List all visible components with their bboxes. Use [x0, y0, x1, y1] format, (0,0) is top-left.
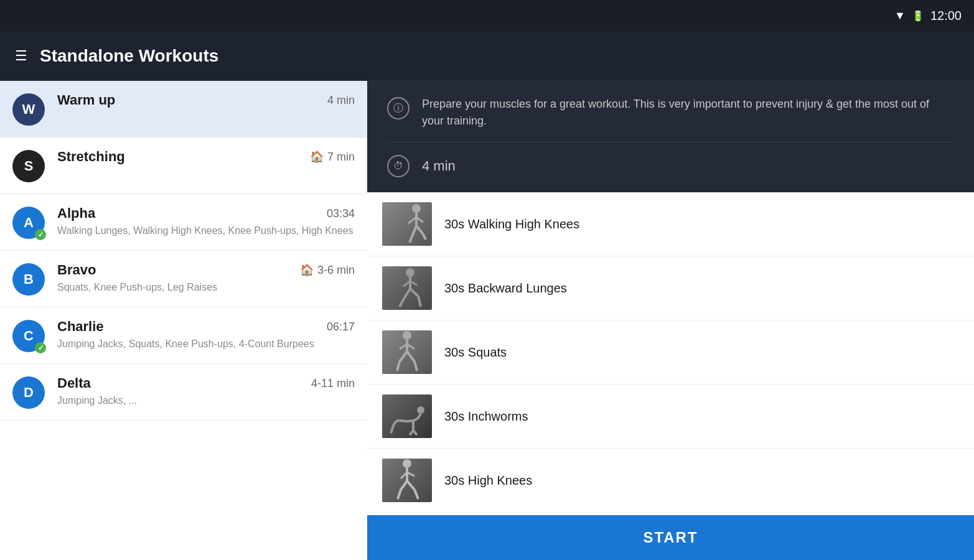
avatar-alpha: A ✓ — [12, 207, 45, 239]
workout-info-alpha: Alpha 03:34 Walking Lunges, Walking High… — [57, 205, 355, 238]
workout-exercises-charlie: Jumping Jacks, Squats, Knee Push-ups, 4-… — [57, 337, 355, 351]
info-icon: ⓘ — [387, 97, 410, 119]
workout-name-bravo: Bravo — [57, 262, 96, 278]
status-bar: ▼ 🔋 12:00 — [0, 0, 974, 31]
svg-line-15 — [418, 296, 421, 307]
exercise-name-1: 30s Backward Lunges — [444, 281, 567, 296]
svg-line-36 — [414, 490, 418, 499]
exercise-item-3[interactable]: 30s Inchworms — [367, 385, 974, 449]
workout-duration-bravo: 🏠 3-6 min — [300, 263, 355, 277]
workout-item-charlie[interactable]: C ✓ Charlie 06:17 Jumping Jacks, Squats,… — [0, 307, 367, 364]
svg-line-6 — [416, 226, 423, 233]
exercise-name-4: 30s High Knees — [444, 474, 532, 488]
svg-line-13 — [400, 299, 404, 307]
exercise-thumb-0 — [382, 202, 432, 246]
avatar-stretching: S — [12, 150, 45, 182]
right-panel: ⓘ Prepare your muscles for a great worko… — [367, 81, 974, 560]
exercise-thumb-4 — [382, 459, 432, 502]
workout-exercises-bravo: Squats, Knee Push-ups, Leg Raises — [57, 281, 355, 294]
workout-duration: 4 min — [422, 158, 456, 174]
app-header: ☰ Standalone Workouts — [0, 31, 974, 81]
home-icon-stretching: 🏠 — [310, 150, 324, 164]
svg-line-28 — [413, 431, 417, 435]
workout-description: Prepare your muscles for a great workout… — [422, 96, 954, 129]
exercise-name-2: 30s Squats — [444, 345, 507, 360]
main-content: W Warm up 4 min S Stretching 🏠 7 min — [0, 81, 974, 560]
workout-info-warmup: Warm up 4 min — [57, 92, 355, 111]
status-icons: ▼ 🔋 12:00 — [894, 9, 962, 23]
exercise-name-3: 30s Inchworms — [444, 409, 528, 424]
exercise-item-2[interactable]: 30s Squats — [367, 320, 974, 385]
avatar-bravo: B — [12, 263, 45, 296]
workout-name-charlie: Charlie — [57, 319, 104, 335]
app-title: Standalone Workouts — [40, 46, 218, 66]
avatar-charlie: C ✓ — [12, 320, 45, 352]
wifi-icon: ▼ — [894, 9, 906, 22]
svg-line-33 — [401, 481, 407, 490]
hamburger-icon[interactable]: ☰ — [15, 48, 27, 64]
workout-info-bravo: Bravo 🏠 3-6 min Squats, Knee Push-ups, L… — [57, 262, 355, 294]
workout-info-stretching: Stretching 🏠 7 min — [57, 149, 355, 167]
workout-duration-stretching: 🏠 7 min — [310, 150, 355, 164]
workout-item-warmup[interactable]: W Warm up 4 min — [0, 81, 367, 138]
svg-line-7 — [423, 233, 426, 240]
timer-icon: ⏱ — [387, 155, 410, 177]
exercise-thumb-1 — [382, 266, 432, 310]
workout-info-delta: Delta 4-11 min Jumping Jacks, ... — [57, 375, 355, 408]
svg-line-22 — [407, 352, 414, 362]
battery-icon: 🔋 — [912, 10, 924, 22]
home-icon-bravo: 🏠 — [300, 263, 314, 277]
workout-duration-delta: 4-11 min — [311, 377, 355, 390]
avatar-delta: D — [12, 376, 45, 409]
check-badge-alpha: ✓ — [35, 229, 46, 240]
figure-svg-0 — [382, 202, 432, 246]
workout-header: ⓘ Prepare your muscles for a great worko… — [367, 81, 974, 192]
svg-point-29 — [403, 459, 411, 468]
workout-duration-alpha: 03:34 — [327, 207, 355, 220]
time-display: 12:00 — [930, 9, 962, 23]
workout-name-alpha: Alpha — [57, 205, 95, 222]
workout-item-stretching[interactable]: S Stretching 🏠 7 min — [0, 138, 367, 194]
description-row: ⓘ Prepare your muscles for a great worko… — [387, 96, 954, 129]
svg-line-5 — [410, 236, 412, 243]
figure-svg-2 — [382, 330, 432, 374]
exercise-item-0[interactable]: 30s Walking High Knees — [367, 192, 974, 256]
exercise-thumb-3 — [382, 394, 432, 438]
svg-point-16 — [403, 331, 411, 340]
check-badge-charlie: ✓ — [35, 342, 46, 353]
workout-duration-charlie: 06:17 — [327, 320, 355, 334]
svg-line-4 — [412, 226, 416, 236]
exercise-list: 30s Walking High Knees 30s Backwa — [367, 192, 974, 515]
workout-duration-warmup: 4 min — [327, 94, 355, 107]
workout-name-delta: Delta — [57, 375, 91, 391]
svg-line-34 — [398, 490, 401, 499]
svg-line-14 — [410, 289, 418, 296]
workout-item-bravo[interactable]: B Bravo 🏠 3-6 min Squats, Knee Push-ups,… — [0, 251, 367, 307]
svg-point-24 — [417, 406, 424, 414]
workout-list: W Warm up 4 min S Stretching 🏠 7 min — [0, 81, 367, 560]
svg-line-25 — [391, 426, 393, 433]
svg-line-20 — [400, 352, 407, 362]
svg-line-35 — [407, 481, 414, 490]
figure-svg-3 — [382, 394, 432, 438]
figure-svg-1 — [382, 266, 432, 310]
exercise-item-1[interactable]: 30s Backward Lunges — [367, 256, 974, 320]
exercise-item-4[interactable]: 30s High Knees — [367, 449, 974, 513]
svg-line-12 — [404, 289, 410, 299]
workout-item-alpha[interactable]: A ✓ Alpha 03:34 Walking Lunges, Walking … — [0, 194, 367, 251]
workout-exercises-alpha: Walking Lunges, Walking High Knees, Knee… — [57, 224, 355, 238]
start-button-label: START — [643, 529, 698, 546]
workout-info-charlie: Charlie 06:17 Jumping Jacks, Squats, Kne… — [57, 319, 355, 351]
svg-line-21 — [397, 362, 400, 371]
svg-point-8 — [406, 268, 414, 277]
svg-point-0 — [412, 204, 421, 213]
workout-exercises-delta: Jumping Jacks, ... — [57, 394, 355, 408]
workout-item-delta[interactable]: D Delta 4-11 min Jumping Jacks, ... — [0, 364, 367, 421]
exercise-name-0: 30s Walking High Knees — [444, 217, 579, 231]
divider — [387, 142, 954, 142]
avatar-warmup: W — [12, 93, 45, 126]
svg-line-23 — [414, 362, 417, 371]
exercise-thumb-2 — [382, 330, 432, 374]
workout-name-warmup: Warm up — [57, 92, 115, 108]
start-button[interactable]: START — [367, 515, 974, 560]
